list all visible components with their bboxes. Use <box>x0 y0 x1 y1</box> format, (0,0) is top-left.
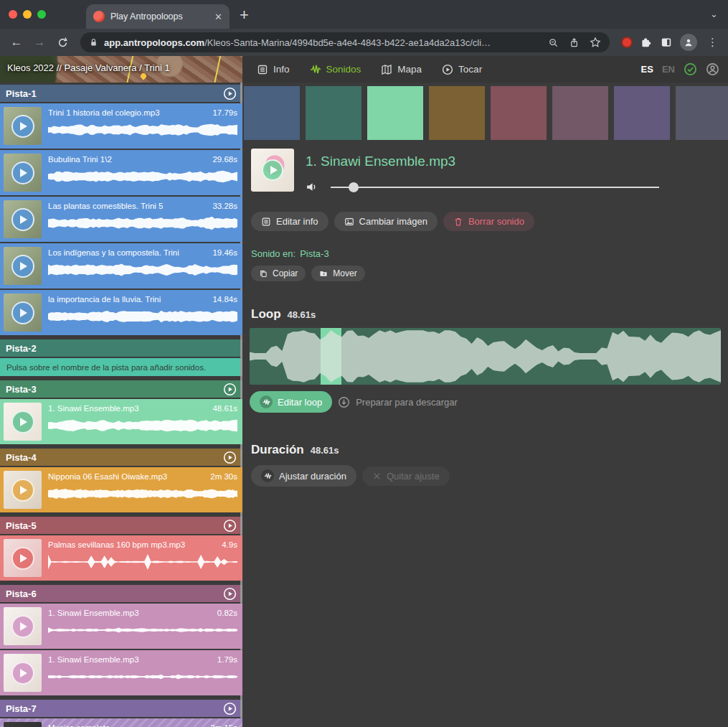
address-bar[interactable]: app.antropoloops.com/Kleos-Santa-Marina/… <box>80 32 610 52</box>
clip-pista-1-4[interactable]: Los indígenas y la compostela. Trini19.4… <box>0 243 242 289</box>
location-photo[interactable]: Kleos 2022 // Pasaje Valvanera / Trini 1 <box>0 56 242 83</box>
zoom-page-icon[interactable] <box>548 37 559 48</box>
forward-button[interactable]: → <box>30 33 49 52</box>
track-header-pista-6[interactable]: Pista-6 <box>0 585 242 602</box>
back-button[interactable]: ← <box>7 33 26 52</box>
tab-favicon-icon <box>93 11 105 22</box>
clip-pista-1-2[interactable]: Bubulina Trini 1\229.68s <box>0 150 242 195</box>
track-play-button[interactable] <box>223 519 237 533</box>
change-image-button[interactable]: Cambiar imágen <box>334 212 438 231</box>
clip-pista-4-1[interactable]: Nipponia 06 Esashi Oiwake.mp32m 30s <box>0 467 242 512</box>
clip-pista-1-3[interactable]: Las plantas comestibles. Trini 533.28s <box>0 197 242 242</box>
clip-play-button[interactable] <box>11 161 34 184</box>
remove-adjust-button[interactable]: Quitar ajuste <box>362 466 450 486</box>
clip-thumbnail[interactable] <box>4 403 42 441</box>
prepare-download-button[interactable]: Preparar para descargar <box>338 396 458 408</box>
clip-play-button[interactable] <box>11 479 34 502</box>
sound-thumbnail[interactable] <box>251 149 294 192</box>
volume-slider-thumb[interactable] <box>349 182 359 192</box>
edit-info-button[interactable]: Editar info <box>251 212 328 231</box>
track-header-pista-4[interactable]: Pista-4 <box>0 449 242 466</box>
track-swatches-row <box>242 86 728 140</box>
sound-location-track-link[interactable]: Pista-3 <box>300 248 328 259</box>
tab-close-icon[interactable]: ✕ <box>214 11 222 22</box>
clip-play-button[interactable] <box>11 208 34 231</box>
side-panel-icon[interactable] <box>660 36 673 49</box>
loop-waveform[interactable] <box>250 328 721 385</box>
track-header-pista-2[interactable]: Pista-2 <box>0 339 242 357</box>
track-header-pista-1[interactable]: Pista-1 <box>0 85 242 102</box>
clip-pista-6-1[interactable]: 1. Sinawi Ensemble.mp30.82s <box>0 604 242 649</box>
clip-thumbnail[interactable] <box>4 539 42 577</box>
delete-sound-button[interactable]: Borrar sonido <box>443 212 534 231</box>
clip-duration: 19.46s <box>212 248 237 257</box>
track-swatch-7[interactable] <box>614 86 670 140</box>
clip-thumbnail[interactable] <box>4 154 42 192</box>
track-play-button[interactable] <box>223 702 237 716</box>
browser-tab[interactable]: Play Antropoloops ✕ <box>86 4 230 29</box>
clip-thumbnail[interactable] <box>4 200 42 238</box>
track-play-button[interactable] <box>223 87 237 100</box>
extensions-puzzle-icon[interactable] <box>640 36 653 49</box>
clip-thumbnail[interactable] <box>4 247 42 285</box>
recording-extension-icon[interactable] <box>621 37 633 48</box>
tab-search-chevron-icon[interactable]: ⌄ <box>710 9 718 19</box>
track-swatch-8[interactable] <box>676 86 728 140</box>
nav-item-sonidos[interactable]: Sonidos <box>310 64 361 75</box>
track-swatch-5[interactable] <box>491 86 547 140</box>
clip-thumbnail[interactable] <box>4 607 42 645</box>
track-play-button[interactable] <box>223 451 237 464</box>
clip-thumbnail[interactable] <box>4 722 42 727</box>
track-swatch-4[interactable] <box>429 86 485 140</box>
track-header-pista-3[interactable]: Pista-3 <box>0 380 242 398</box>
track-play-button[interactable] <box>223 383 237 396</box>
window-zoom-button[interactable] <box>37 10 46 19</box>
nav-item-mapa[interactable]: Mapa <box>381 64 422 75</box>
browser-menu-icon[interactable]: ⋮ <box>704 36 721 49</box>
clip-play-button[interactable] <box>11 115 34 138</box>
track-swatch-6[interactable] <box>552 86 608 140</box>
clip-play-button[interactable] <box>11 547 34 570</box>
reload-button[interactable] <box>53 33 72 52</box>
clip-pista-6-2[interactable]: 1. Sinawi Ensemble.mp31.79s <box>0 650 242 695</box>
nav-item-tocar[interactable]: Tocar <box>442 64 482 75</box>
window-minimize-button[interactable] <box>23 10 32 19</box>
move-sound-button[interactable]: Mover <box>311 266 364 281</box>
clip-pista-1-5[interactable]: la importancia de la lluvia. Trini14.84s <box>0 290 242 335</box>
sound-play-button[interactable] <box>262 159 283 181</box>
profile-avatar[interactable] <box>680 34 697 51</box>
nav-item-info[interactable]: Info <box>257 64 290 75</box>
lang-es-button[interactable]: ES <box>641 64 653 75</box>
track-swatch-1[interactable] <box>244 86 300 140</box>
track-header-pista-7[interactable]: Pista-7 <box>0 700 242 717</box>
lang-en-button[interactable]: EN <box>662 64 675 75</box>
share-icon[interactable] <box>569 37 580 48</box>
clip-pista-1-1[interactable]: Trini 1 historia del colegio.mp317.79s <box>0 103 242 149</box>
clip-pista-7-1[interactable]: Musica completa2m 15s <box>0 718 242 727</box>
clip-play-button[interactable] <box>11 255 34 278</box>
play-circle-icon <box>442 64 453 75</box>
adjust-duration-button[interactable]: Ajustar duración <box>251 465 356 487</box>
volume-slider[interactable] <box>331 182 659 192</box>
edit-loop-button[interactable]: Editar loop <box>250 391 332 413</box>
clip-thumbnail[interactable] <box>4 294 42 332</box>
copy-icon <box>259 269 268 278</box>
track-play-button[interactable] <box>223 587 237 601</box>
clip-pista-3-1[interactable]: 1. Sinawi Ensemble.mp348.61s <box>0 399 242 444</box>
clip-play-button[interactable] <box>11 662 34 685</box>
clip-play-button[interactable] <box>11 301 34 324</box>
track-swatch-2[interactable] <box>306 86 361 140</box>
clip-play-button[interactable] <box>11 615 34 638</box>
clip-thumbnail[interactable] <box>4 107 42 145</box>
copy-sound-button[interactable]: Copiar <box>251 266 306 281</box>
window-close-button[interactable] <box>9 10 17 19</box>
clip-pista-5-1[interactable]: Palmas sevillanas 160 bpm mp3.mp34.9s <box>0 535 242 581</box>
clip-thumbnail[interactable] <box>4 654 42 692</box>
new-tab-button[interactable]: + <box>240 6 249 24</box>
bookmark-star-icon[interactable] <box>590 37 601 48</box>
track-swatch-3-selected[interactable] <box>367 86 423 140</box>
account-icon[interactable] <box>706 62 719 76</box>
track-header-pista-5[interactable]: Pista-5 <box>0 517 242 534</box>
clip-play-button[interactable] <box>11 411 34 433</box>
clip-thumbnail[interactable] <box>4 471 42 509</box>
